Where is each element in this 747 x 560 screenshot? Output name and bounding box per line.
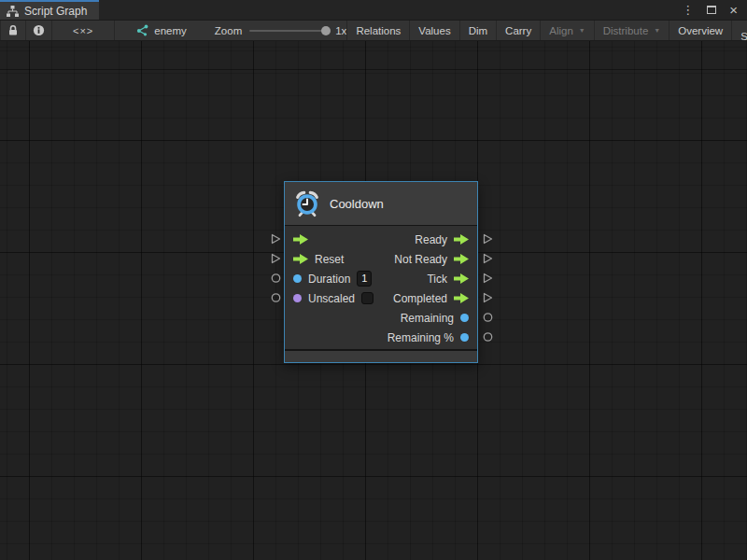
info-icon xyxy=(33,24,45,36)
node-footer xyxy=(285,351,477,362)
values-button[interactable]: Values xyxy=(410,21,459,40)
flow-port-pin[interactable] xyxy=(482,292,493,303)
align-label: Align xyxy=(549,25,573,36)
graph-name: enemy xyxy=(154,25,187,36)
port-label: Duration xyxy=(308,273,350,286)
flow-port-pin[interactable] xyxy=(482,273,493,284)
value-input-port[interactable] xyxy=(293,274,302,283)
zoom-label: Zoom xyxy=(215,25,242,36)
graph-icon xyxy=(135,24,148,36)
value-port-pin[interactable] xyxy=(270,273,281,284)
flow-port-pin[interactable] xyxy=(270,233,281,245)
flow-output-port[interactable] xyxy=(454,273,469,284)
value-port-pin[interactable] xyxy=(270,292,281,303)
toolbar-right-group: Relations Values Dim Carry Align ▼ Distr… xyxy=(346,21,747,40)
flow-input-port[interactable] xyxy=(293,254,308,264)
port-label: Remaining % xyxy=(388,331,454,344)
relations-button[interactable]: Relations xyxy=(346,21,410,40)
close-icon[interactable]: × xyxy=(729,3,738,17)
code-icon: <×> xyxy=(73,25,93,36)
full-screen-button[interactable]: Full Screen xyxy=(732,21,747,40)
flow-port-pin[interactable] xyxy=(482,233,493,245)
port-label: Not Ready xyxy=(394,253,447,266)
zoom-control: Zoom 1x xyxy=(215,21,347,40)
cooldown-node[interactable]: Cooldown Ready Reset Not Rea xyxy=(284,181,478,363)
flow-port-pin[interactable] xyxy=(270,253,281,264)
chevron-down-icon: ▼ xyxy=(654,27,660,34)
flow-output-port[interactable] xyxy=(454,254,469,264)
value-output-port[interactable] xyxy=(460,314,469,322)
graph-canvas[interactable]: Cooldown Ready Reset Not Rea xyxy=(0,41,747,560)
cooldown-node-header[interactable]: Cooldown xyxy=(285,182,477,225)
port-row: Unscaled Completed xyxy=(285,288,477,308)
port-label: Completed xyxy=(393,292,447,305)
dim-button[interactable]: Dim xyxy=(460,21,497,40)
node-title: Cooldown xyxy=(330,197,384,211)
breadcrumb-graph[interactable]: enemy xyxy=(135,21,187,40)
zoom-slider[interactable] xyxy=(249,30,328,32)
cooldown-node-body: Ready Reset Not Ready Duration xyxy=(285,225,477,349)
zoom-slider-handle[interactable] xyxy=(321,26,331,35)
unscaled-checkbox[interactable] xyxy=(361,292,374,304)
tab-script-graph[interactable]: Script Graph xyxy=(0,0,99,20)
menu-icon[interactable]: ⋮ xyxy=(682,4,694,16)
port-label: Unscaled xyxy=(308,292,355,305)
value-output-port[interactable] xyxy=(460,333,469,342)
lock-icon xyxy=(7,24,19,36)
overview-button[interactable]: Overview xyxy=(669,21,732,40)
port-label: Ready xyxy=(415,233,447,246)
script-graph-icon xyxy=(7,6,19,17)
align-dropdown-button[interactable]: Align ▼ xyxy=(541,21,595,40)
tab-label: Script Graph xyxy=(24,5,87,18)
distribute-label: Distribute xyxy=(603,25,649,36)
duration-value-field[interactable]: 1 xyxy=(357,271,372,287)
graph-toolbar: <×> enemy Zoom 1x Relations Values Dim C… xyxy=(0,21,747,41)
code-preview-button[interactable]: <×> xyxy=(52,21,115,40)
port-label: Tick xyxy=(427,273,447,286)
zoom-value: 1x xyxy=(335,25,346,36)
alarm-clock-icon xyxy=(293,189,321,217)
port-row: Ready xyxy=(285,230,477,249)
carry-button[interactable]: Carry xyxy=(497,21,541,40)
distribute-dropdown-button[interactable]: Distribute ▼ xyxy=(595,21,670,40)
port-row: Duration 1 Tick xyxy=(285,269,477,288)
port-row: Remaining % xyxy=(285,328,477,347)
flow-output-port[interactable] xyxy=(454,293,469,303)
port-row: Reset Not Ready xyxy=(285,249,477,269)
port-row: Remaining xyxy=(285,308,477,328)
value-input-port[interactable] xyxy=(293,294,302,302)
flow-input-port[interactable] xyxy=(293,234,308,245)
flow-output-port[interactable] xyxy=(454,234,469,245)
value-port-pin[interactable] xyxy=(482,331,493,343)
maximize-icon[interactable] xyxy=(707,6,716,14)
value-port-pin[interactable] xyxy=(482,312,493,323)
info-button[interactable] xyxy=(26,21,52,40)
lock-button[interactable] xyxy=(0,21,26,40)
port-label: Reset xyxy=(315,253,344,266)
port-label: Remaining xyxy=(401,312,454,325)
window-titlebar: Script Graph ⋮ × xyxy=(0,0,747,21)
chevron-down-icon: ▼ xyxy=(579,27,585,34)
flow-port-pin[interactable] xyxy=(482,253,493,264)
window-controls: ⋮ × xyxy=(682,0,747,20)
